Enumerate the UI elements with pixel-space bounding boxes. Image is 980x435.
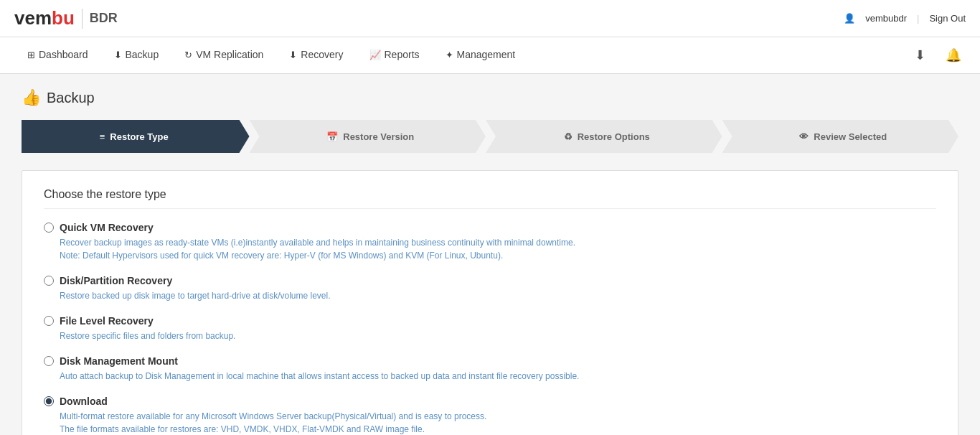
disk-partition-title[interactable]: Disk/Partition Recovery — [60, 275, 172, 286]
option-disk-management-header: Disk Management Mount — [44, 355, 936, 367]
disk-management-desc-line1: Auto attach backup to Disk Management in… — [60, 371, 579, 381]
review-selected-icon: 👁 — [799, 131, 809, 142]
radio-disk-partition[interactable] — [44, 276, 54, 286]
management-icon: ✦ — [446, 50, 453, 60]
nav-reports-label: Reports — [385, 49, 420, 60]
logo-text: vembu — [14, 7, 75, 29]
quick-vm-desc-line1: Recover backup images as ready-state VMs… — [60, 238, 575, 248]
option-quick-vm: Quick VM Recovery Recover backup images … — [44, 222, 936, 262]
quick-vm-desc: Recover backup images as ready-state VMs… — [60, 236, 936, 262]
option-download: Download Multi-format restore available … — [44, 396, 936, 435]
option-file-level: File Level Recovery Restore specific fil… — [44, 315, 936, 342]
signout-link[interactable]: Sign Out — [929, 13, 966, 24]
restore-version-label: Restore Version — [343, 131, 414, 142]
restore-type-label: Restore Type — [110, 131, 168, 142]
nav-management-label: Management — [457, 49, 516, 60]
download-desc: Multi-format restore available for any M… — [60, 410, 936, 435]
app-header: vembu BDR 👤 vembubdr | Sign Out — [0, 0, 980, 37]
logo-vem: vem — [14, 7, 52, 29]
disk-partition-desc-line1: Restore backed up disk image to target h… — [60, 291, 331, 301]
nav-bell-button[interactable]: 🔔 — [941, 37, 966, 73]
main-content: 👍 Backup ≡ Restore Type 📅 Restore Versio… — [0, 74, 980, 435]
header-right: 👤 vembubdr | Sign Out — [844, 13, 966, 24]
content-panel: Choose the restore type Quick VM Recover… — [22, 170, 958, 435]
logo: vembu BDR — [14, 7, 118, 29]
restore-options-label: Restore Options — [578, 131, 650, 142]
nav-backup-label: Backup — [126, 49, 159, 60]
nav-dashboard[interactable]: ⊞ Dashboard — [14, 39, 101, 72]
nav-vm-replication[interactable]: ↻ VM Replication — [171, 39, 276, 72]
quick-vm-desc-line2: Note: Default Hypervisors used for quick… — [60, 251, 503, 261]
header-separator: | — [917, 13, 919, 24]
recovery-icon: ⬇ — [289, 50, 297, 60]
nav-recovery-label: Recovery — [301, 49, 343, 60]
download-desc-line2: The file formats available for restores … — [60, 424, 425, 434]
dashboard-icon: ⊞ — [27, 50, 35, 60]
disk-partition-desc: Restore backed up disk image to target h… — [60, 289, 936, 302]
wizard-step-restore-options[interactable]: ♻ Restore Options — [486, 120, 722, 153]
logo-bu: bu — [52, 7, 75, 29]
option-quick-vm-header: Quick VM Recovery — [44, 222, 936, 233]
nav-backup[interactable]: ⬇ Backup — [101, 39, 172, 72]
page-title-icon: 👍 — [22, 88, 41, 107]
option-download-header: Download — [44, 396, 936, 407]
main-nav: ⊞ Dashboard ⬇ Backup ↻ VM Replication ⬇ … — [0, 37, 980, 74]
radio-file-level[interactable] — [44, 316, 54, 326]
user-icon: 👤 — [844, 13, 855, 24]
option-file-level-header: File Level Recovery — [44, 315, 936, 327]
section-title: Choose the restore type — [44, 188, 936, 209]
nav-reports[interactable]: 📈 Reports — [357, 39, 433, 72]
wizard-step-restore-type[interactable]: ≡ Restore Type — [22, 120, 250, 153]
wizard-step-restore-version[interactable]: 📅 Restore Version — [250, 120, 486, 153]
page-title: Backup — [47, 90, 95, 106]
option-disk-partition: Disk/Partition Recovery Restore backed u… — [44, 275, 936, 302]
disk-management-title[interactable]: Disk Management Mount — [60, 355, 178, 367]
file-level-desc: Restore specific files and folders from … — [60, 329, 936, 342]
backup-icon: ⬇ — [114, 50, 122, 60]
nav-right-icons: ⬇ 🔔 — [910, 37, 966, 73]
reports-icon: 📈 — [369, 50, 381, 60]
download-desc-line1: Multi-format restore available for any M… — [60, 411, 486, 421]
nav-recovery[interactable]: ⬇ Recovery — [276, 39, 356, 72]
logo-bdr: BDR — [90, 11, 118, 26]
restore-version-icon: 📅 — [326, 131, 338, 142]
nav-management[interactable]: ✦ Management — [433, 39, 529, 72]
page-title-row: 👍 Backup — [22, 88, 958, 107]
radio-download[interactable] — [44, 396, 54, 406]
nav-dashboard-label: Dashboard — [39, 49, 88, 60]
logo-divider — [82, 9, 83, 29]
restore-options-icon: ♻ — [564, 131, 573, 142]
file-level-desc-line1: Restore specific files and folders from … — [60, 331, 235, 341]
nav-vm-replication-label: VM Replication — [196, 49, 263, 60]
option-disk-partition-header: Disk/Partition Recovery — [44, 275, 936, 286]
restore-type-icon: ≡ — [100, 131, 105, 142]
disk-management-desc: Auto attach backup to Disk Management in… — [60, 370, 936, 383]
vm-replication-icon: ↻ — [184, 50, 192, 60]
radio-quick-vm[interactable] — [44, 223, 54, 233]
download-title[interactable]: Download — [60, 396, 108, 407]
quick-vm-title[interactable]: Quick VM Recovery — [60, 222, 154, 233]
review-selected-label: Review Selected — [814, 131, 887, 142]
wizard-steps: ≡ Restore Type 📅 Restore Version ♻ Resto… — [22, 120, 958, 153]
file-level-title[interactable]: File Level Recovery — [60, 315, 154, 327]
nav-download-button[interactable]: ⬇ — [910, 37, 930, 73]
radio-disk-management[interactable] — [44, 356, 54, 366]
option-disk-management: Disk Management Mount Auto attach backup… — [44, 355, 936, 383]
username-link[interactable]: vembubdr — [865, 13, 907, 24]
wizard-step-review-selected[interactable]: 👁 Review Selected — [722, 120, 959, 153]
